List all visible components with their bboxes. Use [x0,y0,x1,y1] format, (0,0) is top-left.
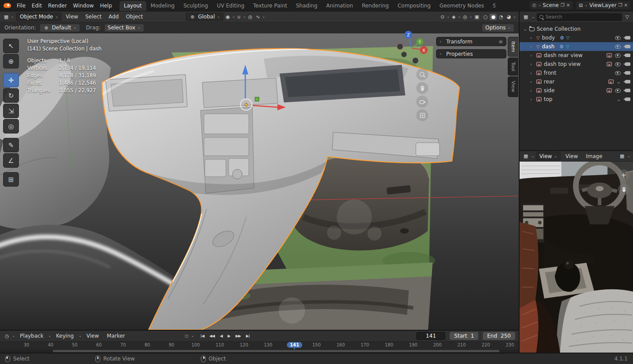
jump-to-start-button[interactable]: |◀ [198,333,206,339]
tab-sculpting[interactable]: Sculpting [179,1,212,11]
gizmo-dropdown[interactable]: ◈ ⌄ [451,14,461,19]
tab-compositing[interactable]: Compositing [393,1,435,11]
outliner-row-side[interactable]: › side [520,86,633,95]
render-visibility-camera-icon[interactable] [625,71,630,75]
proportional-edit-toggle[interactable]: ◎ ∿ ⌄ [247,14,266,19]
chevron-right-icon[interactable]: › [530,88,534,94]
tab-uv-editing[interactable]: UV Editing [212,1,249,11]
tool-scale[interactable]: ⇲ [3,104,19,118]
tab-animation[interactable]: Animation [322,1,357,11]
n-panel-tab-view[interactable]: View [508,76,518,97]
outliner-row-dash-top-view[interactable]: › dash top view [520,60,633,68]
hide-toggle-eye-icon[interactable] [615,45,621,49]
play-button[interactable]: ▶ [226,333,233,339]
outliner-row-rear[interactable]: › rear ⌄ [520,77,633,86]
menu-view[interactable]: View [62,12,81,21]
play-reverse-button[interactable]: ◀ [218,333,225,339]
delete-viewlayer-icon[interactable]: × [624,3,628,7]
tab-texture-paint[interactable]: Texture Paint [249,1,291,11]
menu-object[interactable]: Object [123,12,146,21]
tool-rotate[interactable]: ↻ [3,88,19,103]
hide-toggle-eye-icon[interactable] [615,54,621,58]
menu-edit[interactable]: Edit [29,1,45,10]
timeline-scrollbar[interactable] [0,350,519,353]
hide-toggle-eye-icon[interactable] [615,62,621,66]
menu-timeline-view[interactable]: View [84,332,102,340]
n-panel-tab-item[interactable]: Item [508,37,518,57]
render-visibility-camera-icon[interactable] [625,89,630,92]
scene-selector[interactable]: ◴ ⌄ Scene ❐ × [530,1,572,9]
search-input[interactable] [546,14,619,20]
tool-cursor[interactable]: ⊕ [3,54,19,68]
image-zoom-button[interactable]: + [618,169,629,181]
hidden-eye-closed-icon[interactable]: ⌄ [617,79,621,84]
outliner-row-front[interactable]: › front [520,68,633,77]
menu-image-view[interactable]: View [562,152,581,161]
shading-wireframe-button[interactable]: ○ [482,14,489,20]
pan-button[interactable] [416,82,428,94]
hide-toggle-eye-icon[interactable] [615,71,621,75]
snap-toggle[interactable]: ∪ ⌄ [236,14,246,19]
new-viewlayer-icon[interactable]: ❐ [618,3,622,7]
chevron-right-icon[interactable]: › [530,44,534,50]
tab-geometry-nodes[interactable]: Geometry Nodes [435,1,488,11]
outliner-row-dash[interactable]: › ▽ dash ⚙ ▽ [520,42,633,51]
tool-add-cube[interactable]: ⊞ [3,172,19,187]
panel-transform[interactable]: › Transform ≡ [436,37,506,46]
menu-render[interactable]: Render [45,1,70,10]
axis-neg-z[interactable] [412,58,418,64]
auto-keying-button[interactable]: ○ [183,333,190,339]
tab-layout[interactable]: Layout [120,1,146,11]
menu-help[interactable]: Help [97,1,115,10]
zoom-button[interactable] [416,68,428,80]
drag-setting-dropdown[interactable]: Select Box ⌄ [104,24,144,32]
chevron-right-icon[interactable]: › [530,35,534,41]
chevron-right-icon[interactable]: › [530,70,534,76]
axis-neg-y[interactable] [401,52,407,58]
n-panel-tab-tool[interactable]: Tool [508,58,518,76]
next-keyframe-button[interactable]: ▶▶ [233,333,243,339]
render-visibility-camera-icon[interactable] [625,80,630,83]
image-editor-type-icon[interactable]: ▦ [522,154,529,159]
navigation-axis-gizmo[interactable]: Z Y X [395,30,429,65]
gizmo-y-handle[interactable] [255,97,259,101]
viewlayer-selector[interactable]: ▤ ⌄ ViewLayer ❐ × [576,1,630,9]
render-visibility-camera-icon[interactable] [625,97,630,101]
new-scene-icon[interactable]: ❐ [560,3,564,7]
image-editor-canvas[interactable]: + [520,162,633,353]
chevron-right-icon[interactable]: › [530,61,534,67]
xray-toggle-icon[interactable]: ▣ [473,14,480,19]
blender-logo[interactable] [4,3,11,8]
menu-image[interactable]: Image [583,152,606,161]
menu-file[interactable]: File [14,1,29,10]
chevron-right-icon[interactable]: › [530,79,534,85]
render-visibility-camera-icon[interactable] [625,54,630,57]
camera-view-button[interactable] [416,96,428,108]
hide-toggle-eye-icon[interactable] [615,36,621,40]
axis-neg-x[interactable] [397,43,403,50]
outliner-search[interactable] [537,13,622,21]
delete-scene-icon[interactable]: × [566,3,570,7]
menu-window[interactable]: Window [70,1,97,10]
orientation-setting-dropdown[interactable]: ⊕ Default ⌄ [40,24,80,32]
frame-start-field[interactable]: Start 1 [450,332,478,340]
editor-type-icon[interactable]: ▦ [3,14,10,19]
shading-material-button[interactable]: ◔ [498,14,505,20]
tab-modeling[interactable]: Modeling [146,1,179,11]
tool-move[interactable]: ✛ [3,73,19,87]
timeline-ruler[interactable]: 30 40 50 60 70 80 90 100 110 120 130 150… [0,342,519,350]
orthographic-toggle-button[interactable] [416,109,428,121]
visibility-dropdown[interactable]: ⊙ ⌄ [439,14,450,19]
chevron-down-icon[interactable]: ⌄ [523,26,527,32]
previous-keyframe-button[interactable]: ◀◀ [207,333,217,339]
filter-funnel-icon[interactable]: ▽ [624,14,630,19]
panel-properties[interactable]: › Properties [436,49,506,58]
jump-to-end-button[interactable]: ▶| [244,333,252,339]
outliner-row-dash-rear-view[interactable]: › dash rear view [520,51,633,60]
menu-select[interactable]: Select [82,12,105,21]
tab-shading[interactable]: Shading [291,1,322,11]
menu-playback[interactable]: Playback [17,332,47,340]
menu-marker[interactable]: Marker [104,332,128,340]
tab-scripting-truncated[interactable]: S [488,1,495,11]
frame-end-field[interactable]: End 250 [483,332,515,340]
